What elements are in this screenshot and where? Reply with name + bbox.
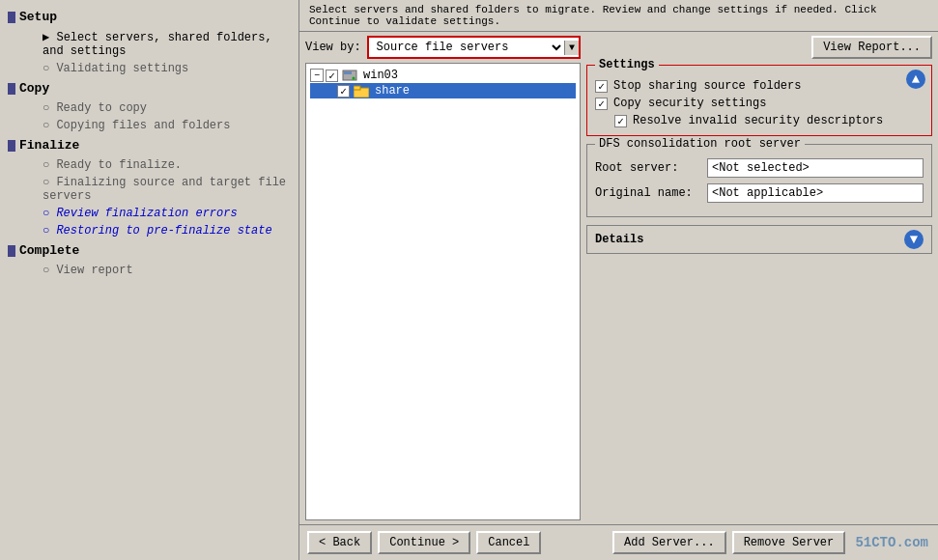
- add-server-button[interactable]: Add Server...: [612, 531, 726, 554]
- settings-panel: View Report... Settings ▲ ✓ Stop sharing…: [586, 36, 932, 520]
- sidebar: Setup ▶ Select servers, shared folders, …: [0, 0, 299, 560]
- view-by-row: View by: Source file servers Target file…: [305, 36, 581, 59]
- details-box: Details ▼: [586, 225, 932, 254]
- tree-row-share: ✓ share: [310, 83, 576, 98]
- settings-collapse-btn[interactable]: ▲: [906, 70, 925, 89]
- back-button[interactable]: < Back: [307, 531, 372, 554]
- sidebar-item-validating[interactable]: ○ Validating settings: [23, 60, 291, 77]
- instruction-bar: Select servers and shared folders to mig…: [299, 0, 938, 32]
- view-by-select-wrapper: Source file servers Target file servers …: [367, 36, 581, 59]
- checkbox-row-stop-sharing: ✓ Stop sharing source folders: [595, 79, 924, 93]
- svg-point-2: [353, 77, 355, 80]
- field-row-root-server: Root server: <Not selected>: [595, 158, 924, 178]
- bottom-toolbar-left: < Back Continue > Cancel: [307, 531, 607, 554]
- settings-group-title: Settings: [595, 58, 659, 71]
- dfs-group-title: DFS consolidation root server: [595, 137, 805, 151]
- tree-checkbox-share[interactable]: ✓: [337, 85, 350, 98]
- setup-title: Setup: [19, 10, 57, 24]
- select-arrow-icon[interactable]: ▼: [564, 41, 579, 55]
- checkbox-copy-security[interactable]: ✓: [595, 98, 608, 110]
- original-name-value: <Not applicable>: [707, 183, 924, 203]
- bullet-empty: ○: [43, 62, 56, 75]
- checkbox-resolve-invalid[interactable]: ✓: [614, 115, 627, 127]
- sidebar-item-copying[interactable]: ○ Copying files and folders: [23, 117, 291, 134]
- copy-title: Copy: [19, 81, 49, 96]
- complete-title: Complete: [19, 243, 79, 258]
- root-server-value: <Not selected>: [707, 158, 924, 178]
- label-copy-security: Copy security settings: [613, 97, 766, 110]
- copy-section: Copy ○ Ready to copy ○ Copying files and…: [8, 81, 291, 134]
- finalize-section: Finalize ○ Ready to finalize. ○ Finalizi…: [8, 138, 291, 239]
- sidebar-item-finalizing[interactable]: ○ Finalizing source and target file serv…: [23, 174, 291, 205]
- svg-rect-4: [354, 86, 360, 90]
- tree-label-win03: win03: [361, 69, 400, 82]
- sidebar-item-restoring[interactable]: ○ Restoring to pre-finalize state: [23, 222, 291, 239]
- tree-expand-win03[interactable]: −: [310, 69, 324, 82]
- folder-icon: [354, 85, 369, 98]
- view-by-label: View by:: [305, 41, 361, 54]
- copy-header: Copy: [8, 81, 291, 96]
- root-server-label: Root server:: [595, 161, 701, 175]
- sidebar-item-select-servers[interactable]: ▶ Select servers, shared folders, and se…: [23, 28, 291, 60]
- checkbox-stop-sharing[interactable]: ✓: [595, 80, 608, 93]
- details-expand-btn[interactable]: ▼: [904, 230, 924, 249]
- sidebar-item-view-report[interactable]: ○ View report: [23, 262, 291, 279]
- cancel-button[interactable]: Cancel: [476, 531, 541, 554]
- content-area: Select servers and shared folders to mig…: [299, 0, 938, 560]
- finalize-header: Finalize: [8, 138, 291, 153]
- tree-label-share: share: [373, 84, 412, 98]
- server-panel: View by: Source file servers Target file…: [305, 36, 581, 520]
- complete-header: Complete: [8, 243, 291, 258]
- setup-header: Setup: [8, 10, 291, 24]
- sidebar-item-review-errors[interactable]: ○ Review finalization errors: [23, 205, 291, 222]
- label-resolve-invalid: Resolve invalid security descriptors: [633, 114, 883, 127]
- tree-checkbox-win03[interactable]: ✓: [326, 70, 338, 82]
- finalize-title: Finalize: [19, 138, 79, 153]
- watermark: 51CTO.com: [855, 535, 928, 550]
- view-report-button[interactable]: View Report...: [811, 36, 932, 59]
- view-by-select[interactable]: Source file servers Target file servers …: [369, 38, 564, 57]
- remove-server-button[interactable]: Remove Server: [732, 531, 846, 554]
- checkbox-row-copy-security: ✓ Copy security settings: [595, 97, 924, 110]
- sidebar-item-ready-finalize[interactable]: ○ Ready to finalize.: [23, 156, 291, 174]
- tree-row-win03: − ✓ win03: [310, 68, 576, 83]
- details-title: Details: [595, 233, 643, 246]
- server-tree: − ✓ win03 ✓: [305, 63, 581, 520]
- dfs-group-box: DFS consolidation root server Root serve…: [586, 144, 932, 217]
- field-row-original-name: Original name: <Not applicable>: [595, 183, 924, 203]
- checkbox-row-resolve-invalid: ✓ Resolve invalid security descriptors: [595, 114, 924, 127]
- complete-section: Complete ○ View report: [8, 243, 291, 279]
- original-name-label: Original name:: [595, 186, 701, 200]
- settings-group-box: Settings ▲ ✓ Stop sharing source folders…: [586, 65, 932, 136]
- continue-button[interactable]: Continue >: [378, 531, 470, 554]
- sidebar-item-ready-copy[interactable]: ○ Ready to copy: [23, 99, 291, 117]
- bottom-toolbar: < Back Continue > Cancel Add Server... R…: [299, 524, 938, 560]
- bottom-toolbar-right: Add Server... Remove Server: [612, 531, 845, 554]
- server-icon: [342, 69, 357, 82]
- svg-rect-1: [344, 71, 352, 74]
- panels-row: View by: Source file servers Target file…: [299, 32, 938, 524]
- label-stop-sharing: Stop sharing source folders: [613, 79, 801, 93]
- instruction-text: Select servers and shared folders to mig…: [309, 4, 877, 27]
- setup-section: Setup ▶ Select servers, shared folders, …: [8, 10, 291, 77]
- bullet: ▶: [43, 31, 56, 44]
